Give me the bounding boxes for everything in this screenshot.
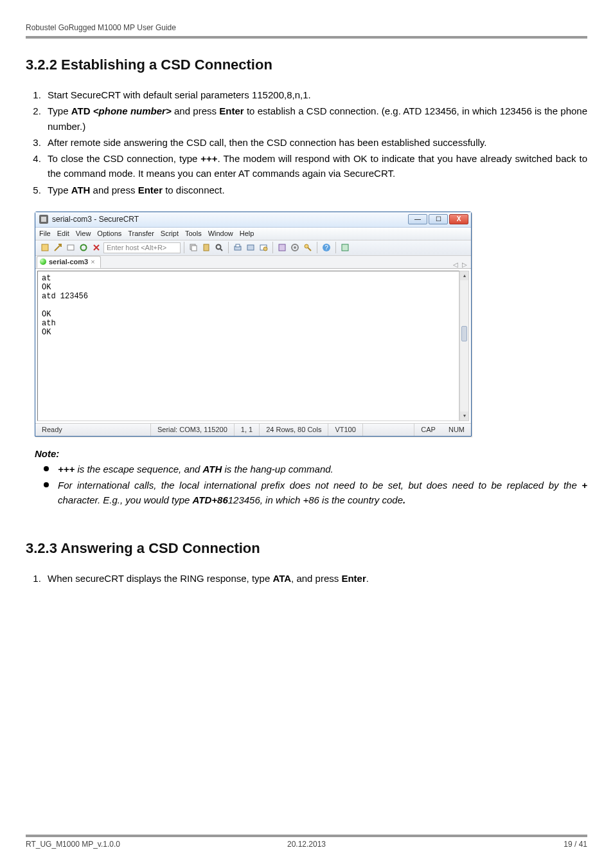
toolbar-copy-icon[interactable] xyxy=(188,242,199,253)
svg-rect-21 xyxy=(342,244,348,251)
toolbar-printscreen-icon[interactable] xyxy=(245,242,256,253)
maximize-button[interactable]: ☐ xyxy=(429,214,448,224)
page-header: Robustel GoRugged M1000 MP User Guide xyxy=(26,23,587,39)
svg-rect-14 xyxy=(279,244,285,251)
menu-window[interactable]: Window xyxy=(208,230,233,237)
svg-point-16 xyxy=(294,246,296,249)
toolbar-connect-icon[interactable] xyxy=(39,242,51,253)
svg-rect-0 xyxy=(41,217,46,222)
step-4: To close the CSD connection, type +++. T… xyxy=(44,151,587,181)
toolbar-reconnect-icon[interactable] xyxy=(78,242,89,253)
note-1-d: is the hang-up command. xyxy=(222,464,333,475)
close-button[interactable]: X xyxy=(449,214,468,224)
section2-step-1: When secureCRT displays the RING respons… xyxy=(44,571,587,586)
tab-close-icon[interactable]: × xyxy=(91,258,94,266)
status-spacer xyxy=(363,424,414,436)
svg-point-3 xyxy=(81,245,87,251)
menu-view[interactable]: View xyxy=(76,230,91,237)
terminal-output[interactable]: at OK atd 123456 OK ath OK xyxy=(37,271,459,421)
menu-edit[interactable]: Edit xyxy=(57,230,69,237)
toolbar-quickconnect-icon[interactable] xyxy=(52,242,64,253)
note-2-e: 123456, in which +86 is the country code xyxy=(228,494,403,505)
scroll-down-icon[interactable]: ▾ xyxy=(460,411,468,420)
menu-options[interactable]: Options xyxy=(97,230,121,237)
connected-indicator-icon xyxy=(40,258,46,265)
menu-file[interactable]: File xyxy=(39,230,51,237)
toolbar-separator-5 xyxy=(335,242,336,253)
footer-left: RT_UG_M1000 MP_v.1.0.0 xyxy=(26,840,120,849)
section-title-1: 3.2.2 Establishing a CSD Connection xyxy=(26,57,587,73)
menu-tools[interactable]: Tools xyxy=(185,230,202,237)
toolbar-print-icon[interactable] xyxy=(232,242,244,253)
step-5-c: and press xyxy=(90,185,138,195)
menu-help[interactable]: Help xyxy=(240,230,254,237)
note-2-c: character. E.g., you would type xyxy=(58,494,193,505)
step-3: After remote side answering the CSD call… xyxy=(44,135,587,150)
tab-nav-left-icon[interactable]: ◁ xyxy=(453,261,458,268)
toolbar-sessionmgr-icon[interactable] xyxy=(339,242,351,253)
note-2-b: + xyxy=(582,480,587,491)
note-colon: : xyxy=(56,448,59,459)
steps-list-1: Start SecureCRT with default serial para… xyxy=(26,87,587,199)
window-titlebar[interactable]: serial-com3 - SecureCRT — ☐ X xyxy=(35,212,471,228)
close-icon: X xyxy=(457,216,461,222)
svg-point-13 xyxy=(263,247,267,251)
toolbar: Enter host <Alt+R> ? xyxy=(35,240,471,256)
toolbar-help-icon[interactable]: ? xyxy=(321,242,332,253)
securecrt-window: serial-com3 - SecureCRT — ☐ X File Edit … xyxy=(35,212,472,437)
maximize-icon: ☐ xyxy=(436,216,441,222)
step-2-b: ATD xyxy=(71,105,93,116)
menu-script[interactable]: Script xyxy=(161,230,179,237)
scroll-thumb[interactable] xyxy=(461,326,467,341)
status-serial: Serial: COM3, 115200 xyxy=(151,424,235,436)
step-2-c: <phone number> xyxy=(93,105,172,116)
note-1-a: +++ xyxy=(58,464,75,475)
toolbar-disconnect-icon[interactable] xyxy=(91,242,102,253)
status-cursor-pos: 1, 1 xyxy=(235,424,260,436)
scrollbar[interactable]: ▴ ▾ xyxy=(459,271,469,421)
s2-step1-b: ATA xyxy=(272,573,291,584)
step-5-e: to disconnect. xyxy=(163,185,225,195)
step-5-a: Type xyxy=(48,185,71,195)
toolbar-options-icon[interactable] xyxy=(276,242,288,253)
status-num: NUM xyxy=(442,426,471,433)
toolbar-session-icon[interactable] xyxy=(65,242,76,253)
s2-step1-c: , and press xyxy=(291,573,341,584)
toolbar-separator-2 xyxy=(228,242,229,253)
status-emulation: VT100 xyxy=(328,424,362,436)
svg-rect-2 xyxy=(67,245,74,250)
s2-step1-d: Enter xyxy=(341,573,366,584)
note-2-a: For international calls, the local inter… xyxy=(58,480,582,491)
tab-nav-right-icon[interactable]: ▷ xyxy=(462,261,467,268)
step-2: Type ATD <phone number> and press Enter … xyxy=(44,104,587,134)
toolbar-paste-icon[interactable] xyxy=(200,242,212,253)
svg-rect-5 xyxy=(191,246,197,251)
note-2-d: ATD+86 xyxy=(193,494,228,505)
tab-serial-com3[interactable]: serial-com3 × xyxy=(37,256,101,268)
step-5-d: Enter xyxy=(138,185,163,195)
step-4-b: +++ xyxy=(200,153,217,164)
toolbar-key-icon[interactable] xyxy=(302,242,314,253)
footer-right: 19 / 41 xyxy=(564,840,587,849)
scroll-up-icon[interactable]: ▴ xyxy=(460,271,468,280)
step-2-e: Enter xyxy=(219,105,244,116)
s2-step1-a: When secureCRT displays the RING respons… xyxy=(48,573,272,584)
note-word: Note xyxy=(35,448,56,459)
toolbar-separator xyxy=(184,242,184,253)
footer-center: 20.12.2013 xyxy=(287,840,326,849)
menu-transfer[interactable]: Transfer xyxy=(128,230,154,237)
status-caps: CAP xyxy=(414,426,442,433)
steps-list-2: When secureCRT displays the RING respons… xyxy=(26,571,587,587)
toolbar-settings-icon[interactable] xyxy=(289,242,301,253)
note-1-c: ATH xyxy=(203,464,222,475)
toolbar-find-icon[interactable] xyxy=(213,242,225,253)
svg-rect-10 xyxy=(236,244,240,247)
svg-rect-6 xyxy=(204,244,209,251)
step-1: Start SecureCRT with default serial para… xyxy=(44,87,587,102)
note-2-f: . xyxy=(403,494,405,505)
minimize-button[interactable]: — xyxy=(408,214,427,224)
step-1-text: Start SecureCRT with default serial para… xyxy=(48,89,311,100)
host-input[interactable]: Enter host <Alt+R> xyxy=(103,242,181,253)
section-title-2: 3.2.3 Answering a CSD Connection xyxy=(26,540,587,557)
toolbar-printsetup-icon[interactable] xyxy=(258,242,269,253)
